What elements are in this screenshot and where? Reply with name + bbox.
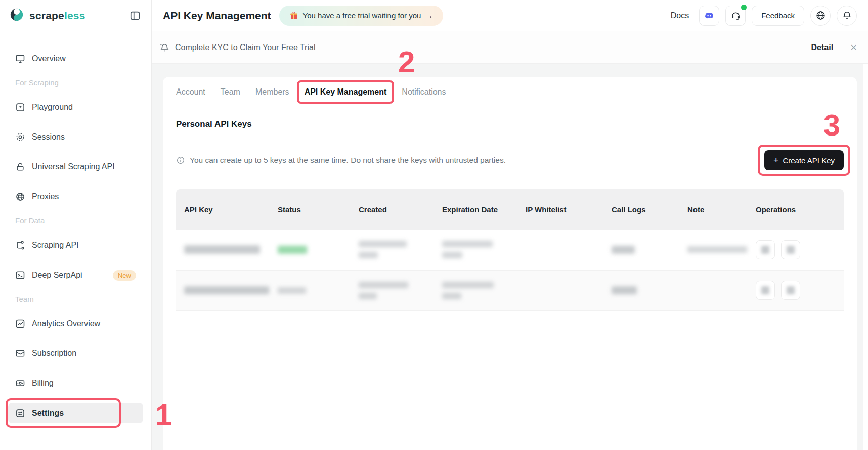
tab-label: API Key Management <box>305 87 387 96</box>
scrollbar-track[interactable] <box>863 64 868 450</box>
settings-tabs: Account Team Members API Key Management … <box>163 77 857 107</box>
sidebar-item-label: Analytics Overview <box>32 319 100 328</box>
arrow-right-icon: → <box>425 11 433 20</box>
sidebar-item-proxies[interactable]: Proxies <box>8 187 143 207</box>
redacted-text <box>359 241 407 247</box>
table-row <box>176 230 844 270</box>
settings-icon <box>15 408 25 418</box>
kyc-text: Complete KYC to Claim Your Free Trial <box>175 43 315 52</box>
gift-icon <box>289 11 298 20</box>
terminal-icon <box>15 270 25 280</box>
redacted-text <box>442 293 461 299</box>
redacted-api-key <box>184 286 269 294</box>
main-area: API Key Management You have a free trial… <box>152 0 868 450</box>
tab-api-key-management[interactable]: API Key Management 2 <box>305 87 387 97</box>
sidebar: scrapeless Overview For Scraping Playgro… <box>0 0 152 450</box>
sidebar-item-subscription[interactable]: Subscription <box>8 343 143 364</box>
logo[interactable]: scrapeless <box>9 7 85 24</box>
column-note: Note <box>679 189 748 230</box>
column-operations: Operations <box>748 189 844 230</box>
operation-button-delete[interactable] <box>781 281 800 300</box>
kyc-banner: Complete KYC to Claim Your Free Trial De… <box>152 31 868 64</box>
free-trial-text: You have a free trial waiting for you <box>303 11 421 20</box>
info-text: You can create up to 5 keys at the same … <box>190 156 506 165</box>
notifications-button[interactable] <box>837 6 857 26</box>
operation-button-edit[interactable] <box>756 281 775 300</box>
create-api-key-button[interactable]: + Create API Key <box>764 150 844 170</box>
column-call-logs: Call Logs <box>603 189 679 230</box>
section-title: Personal API Keys <box>176 119 844 129</box>
flow-icon <box>15 240 25 250</box>
status-online-dot <box>741 5 747 10</box>
sidebar-item-settings[interactable]: Settings 1 <box>8 403 143 423</box>
sidebar-item-label: Subscription <box>32 349 76 358</box>
feedback-button[interactable]: Feedback <box>752 6 804 26</box>
support-button[interactable] <box>725 6 746 26</box>
new-badge: New <box>113 270 136 281</box>
redacted-text <box>359 293 377 299</box>
sidebar-item-playground[interactable]: Playground <box>8 97 143 117</box>
redacted-status-active <box>278 246 307 254</box>
language-button[interactable] <box>810 6 831 26</box>
sidebar-section-for-data: For Data <box>8 216 143 227</box>
discord-icon <box>704 10 715 21</box>
bell-icon <box>842 10 852 21</box>
redacted-icon <box>787 246 795 254</box>
sidebar-item-billing[interactable]: Billing <box>8 373 143 393</box>
tab-account[interactable]: Account <box>176 87 205 97</box>
sidebar-item-analytics-overview[interactable]: Analytics Overview <box>8 313 143 334</box>
sidebar-item-label: Universal Scraping API <box>32 162 115 171</box>
close-icon[interactable]: × <box>850 42 857 53</box>
discord-button[interactable] <box>699 6 719 26</box>
redacted-text <box>442 282 494 288</box>
sidebar-item-label: Playground <box>32 103 73 112</box>
annotation-box-3: + Create API Key 3 <box>758 145 850 176</box>
free-trial-banner[interactable]: You have a free trial waiting for you → <box>279 6 444 26</box>
sidebar-item-overview[interactable]: Overview <box>8 49 143 69</box>
sidebar-item-deep-serpapi[interactable]: Deep SerpApi New <box>8 265 143 285</box>
redacted-icon <box>761 286 769 294</box>
headset-icon <box>730 10 741 21</box>
redacted-status <box>278 287 306 294</box>
sidebar-item-label: Proxies <box>32 192 59 201</box>
info-icon <box>176 156 185 165</box>
top-bar: API Key Management You have a free trial… <box>152 0 868 31</box>
sidebar-item-sessions[interactable]: Sessions <box>8 127 143 147</box>
sidebar-item-universal-scraping-api[interactable]: Universal Scraping API <box>8 157 143 177</box>
sidebar-item-label: Sessions <box>32 132 65 142</box>
kyc-detail-link[interactable]: Detail <box>811 43 834 52</box>
redacted-text <box>359 252 378 258</box>
redacted-call-logs <box>612 286 637 294</box>
sidebar-item-label: Scraping API <box>32 241 79 250</box>
sidebar-item-label: Billing <box>32 379 54 388</box>
docs-link[interactable]: Docs <box>671 11 689 20</box>
playground-icon <box>15 102 25 112</box>
redacted-call-logs <box>612 246 635 254</box>
sessions-icon <box>15 132 25 142</box>
tab-members[interactable]: Members <box>255 87 289 97</box>
settings-card: Account Team Members API Key Management … <box>163 77 857 450</box>
analytics-icon <box>15 319 25 329</box>
envelope-icon <box>15 348 25 358</box>
table-header-row: API Key Status Created Expiration Date I… <box>176 189 844 230</box>
banknote-icon <box>15 378 25 388</box>
column-status: Status <box>270 189 351 230</box>
redacted-text <box>442 241 493 247</box>
redacted-text <box>442 252 462 258</box>
operation-button-edit[interactable] <box>756 240 775 259</box>
column-ip-whitelist: IP Whitelist <box>517 189 603 230</box>
redacted-api-key <box>184 245 260 254</box>
sidebar-item-scraping-api[interactable]: Scraping API <box>8 235 143 255</box>
collapse-sidebar-icon[interactable] <box>128 9 142 23</box>
brand-swirl-icon <box>9 7 24 24</box>
operation-button-delete[interactable] <box>781 240 800 259</box>
tab-notifications[interactable]: Notifications <box>402 87 446 97</box>
column-created: Created <box>351 189 434 230</box>
tab-team[interactable]: Team <box>221 87 240 97</box>
table-row <box>176 270 844 310</box>
globe-icon <box>15 192 25 202</box>
create-api-key-label: Create API Key <box>783 156 835 165</box>
sidebar-item-label: Deep SerpApi <box>32 271 82 280</box>
sidebar-item-label: Settings <box>32 409 64 418</box>
unlock-icon <box>15 162 25 172</box>
